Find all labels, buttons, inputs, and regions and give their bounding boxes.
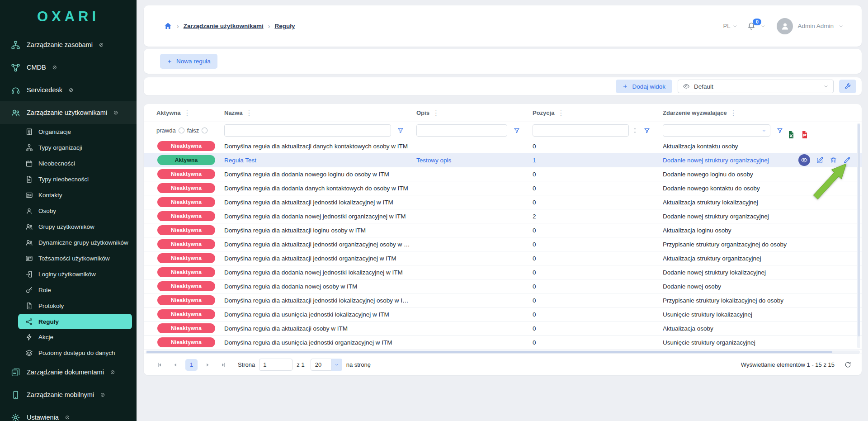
- table-row[interactable]: NieaktywnaDomyślna reguła dla dodania no…: [144, 209, 862, 223]
- sidebar-item-servicedesk[interactable]: Servicedesk⊘: [0, 79, 137, 101]
- radio-true[interactable]: [179, 128, 184, 133]
- table-row[interactable]: NieaktywnaDomyślna reguła dla dodania no…: [144, 167, 862, 181]
- building-icon: [25, 128, 33, 136]
- table-row[interactable]: AktywnaReguła TestTestowy opis1Dodanie n…: [144, 153, 862, 167]
- filter-funnel-button[interactable]: [395, 125, 406, 137]
- rule-description[interactable]: Testowy opis: [416, 157, 451, 164]
- app-root: OXARI Zarządzanie zasobami⊘CMDB⊘Serviced…: [0, 0, 868, 421]
- sidebar-item-cmdb[interactable]: CMDB⊘: [0, 56, 137, 79]
- page-size-caret-icon[interactable]: [331, 359, 342, 371]
- sidebar-subitem-role[interactable]: Role: [0, 282, 137, 298]
- filter-funnel-button[interactable]: [511, 125, 523, 137]
- column-header-nazwa: Nazwa⋮: [224, 109, 416, 117]
- filter-funnel-button[interactable]: [774, 125, 786, 137]
- breadcrumb-link-rules[interactable]: Reguły: [274, 23, 295, 29]
- column-menu-icon[interactable]: ⋮: [557, 109, 564, 117]
- sidebar-subitem-poziomy-dostepu-do-danych[interactable]: Poziomy dostępu do danych: [0, 345, 137, 361]
- export-excel-button[interactable]: [787, 129, 796, 140]
- page-size-selector[interactable]: 20: [311, 359, 342, 371]
- users-icon: [11, 108, 20, 118]
- cell-position: 0: [533, 143, 663, 150]
- notifications-caret-icon[interactable]: [760, 24, 766, 29]
- export-pdf-button[interactable]: [800, 129, 809, 140]
- table-row[interactable]: NieaktywnaDomyślna reguła dla aktualizac…: [144, 237, 862, 251]
- view-selector[interactable]: Default: [678, 80, 834, 93]
- column-menu-icon[interactable]: ⋮: [245, 109, 252, 117]
- next-page-button[interactable]: [202, 359, 213, 371]
- number-stepper[interactable]: [632, 127, 637, 134]
- sidebar-subitem-protokoly[interactable]: Protokoły: [0, 298, 137, 314]
- page-input[interactable]: [259, 359, 292, 371]
- language-selector[interactable]: PL: [723, 23, 738, 29]
- last-page-button[interactable]: [217, 359, 229, 371]
- table-row[interactable]: NieaktywnaDomyślna reguła dla dodania no…: [144, 279, 862, 293]
- cell-active: Nieaktywna: [156, 281, 224, 291]
- column-menu-icon[interactable]: ⋮: [433, 109, 439, 117]
- sidebar-subitem-grupy-uzytkownikow[interactable]: Grupy użytkowników: [0, 219, 137, 235]
- first-page-button[interactable]: [154, 359, 165, 371]
- vertical-scrollbar[interactable]: [857, 123, 860, 348]
- status-badge: Nieaktywna: [157, 225, 215, 235]
- filter-funnel-button[interactable]: [641, 125, 653, 137]
- table-row[interactable]: NieaktywnaDomyślna reguła dla aktualizac…: [144, 293, 862, 307]
- filter-input-pozycja[interactable]: [533, 124, 629, 137]
- cell-trigger: Dodanie nowej osoby: [663, 283, 853, 290]
- sidebar-subitem-akcje[interactable]: Akcje: [0, 329, 137, 345]
- doc-icon: [25, 175, 33, 183]
- status-badge: Nieaktywna: [157, 337, 215, 347]
- cell-active: Nieaktywna: [156, 211, 224, 221]
- preview-button[interactable]: [798, 154, 810, 166]
- column-menu-icon[interactable]: ⋮: [184, 109, 190, 117]
- table-row[interactable]: NieaktywnaDomyślna reguła dla usunięcia …: [144, 307, 862, 322]
- rule-trigger: Aktualizacja kontaktu osoby: [663, 143, 738, 150]
- sidebar-subitem-osoby[interactable]: Osoby: [0, 203, 137, 219]
- filter-input-opis[interactable]: [416, 124, 507, 137]
- table-row[interactable]: NieaktywnaDomyślna reguła dla aktualizac…: [144, 322, 862, 336]
- sidebar-subitem-organizacje[interactable]: Organizacje: [0, 124, 137, 140]
- quick-edit-button[interactable]: [843, 156, 851, 164]
- sidebar-item-zarzadzanie-uzytkownikami[interactable]: Zarządzanie użytkownikami⊘: [0, 101, 137, 124]
- rule-name[interactable]: Reguła Test: [224, 157, 256, 164]
- radio-false[interactable]: [202, 128, 208, 133]
- home-icon[interactable]: [164, 22, 172, 30]
- table-row[interactable]: NieaktywnaDomyślna reguła dla aktualizac…: [144, 223, 862, 237]
- breadcrumb-link-users[interactable]: Zarządzanie użytkownikami: [184, 23, 264, 29]
- table-row[interactable]: NieaktywnaDomyślna reguła dla dodania no…: [144, 265, 862, 279]
- table-row[interactable]: NieaktywnaDomyślna reguła dla usunięcia …: [144, 336, 862, 350]
- sidebar-item-zarzadzanie-mobilnymi[interactable]: Zarządzanie mobilnymi⊘: [0, 383, 137, 406]
- per-page-label: na stronę: [346, 361, 371, 368]
- sidebar-item-ustawienia[interactable]: Ustawienia⊘: [0, 406, 137, 421]
- column-menu-icon[interactable]: ⋮: [730, 109, 737, 117]
- edit-button[interactable]: [816, 156, 824, 164]
- notifications-button[interactable]: 0: [747, 22, 756, 31]
- sidebar-subitem-tozsamosci-uzytkownikow[interactable]: Tożsamości użytkowników: [0, 251, 137, 266]
- sidebar-subitem-typy-organizacji[interactable]: Typy organizacji: [0, 140, 137, 156]
- table-row[interactable]: NieaktywnaDomyślna reguła dla aktualizac…: [144, 139, 862, 153]
- delete-button[interactable]: [830, 156, 837, 164]
- filter-select-zdarzenie-wyzwalajace[interactable]: [663, 124, 770, 137]
- sidebar-subitem-nieobecnosci[interactable]: Nieobecności: [0, 156, 137, 171]
- cell-name: Domyślna reguła dla aktualizacji jednost…: [224, 297, 416, 304]
- cell-name: Domyślna reguła dla dodania danych konta…: [224, 185, 416, 192]
- refresh-button[interactable]: [844, 361, 852, 369]
- new-rule-button[interactable]: Nowa reguła: [160, 54, 217, 69]
- current-page-button[interactable]: 1: [185, 359, 198, 371]
- scrollbar-thumb[interactable]: [146, 351, 832, 353]
- horizontal-scrollbar[interactable]: [146, 350, 860, 354]
- sidebar-item-zarzadzanie-dokumentami[interactable]: Zarządzanie dokumentami⊘: [0, 361, 137, 383]
- sidebar-subitem-typy-nieobecnosci[interactable]: Typy nieobecności: [0, 171, 137, 187]
- sidebar-subitem-dynamiczne-grupy-uzytkownikow[interactable]: Dynamiczne grupy użytkowników: [0, 235, 137, 251]
- avatar[interactable]: [777, 18, 793, 34]
- view-settings-button[interactable]: [839, 80, 856, 93]
- user-menu-caret-icon[interactable]: [838, 24, 844, 29]
- sidebar-subitem-kontakty[interactable]: Kontakty: [0, 187, 137, 203]
- table-row[interactable]: NieaktywnaDomyślna reguła dla aktualizac…: [144, 251, 862, 265]
- filter-input-nazwa[interactable]: [224, 124, 391, 137]
- sidebar-subitem-reguly[interactable]: Reguły: [18, 314, 132, 329]
- sidebar-item-zarzadzanie-zasobami[interactable]: Zarządzanie zasobami⊘: [0, 33, 137, 56]
- previous-page-button[interactable]: [170, 359, 181, 371]
- add-view-button[interactable]: Dodaj widok: [616, 80, 672, 93]
- table-row[interactable]: NieaktywnaDomyślna reguła dla aktualizac…: [144, 195, 862, 209]
- table-row[interactable]: NieaktywnaDomyślna reguła dla dodania da…: [144, 181, 862, 195]
- sidebar-subitem-loginy-uzytkownikow[interactable]: Loginy użytkowników: [0, 266, 137, 282]
